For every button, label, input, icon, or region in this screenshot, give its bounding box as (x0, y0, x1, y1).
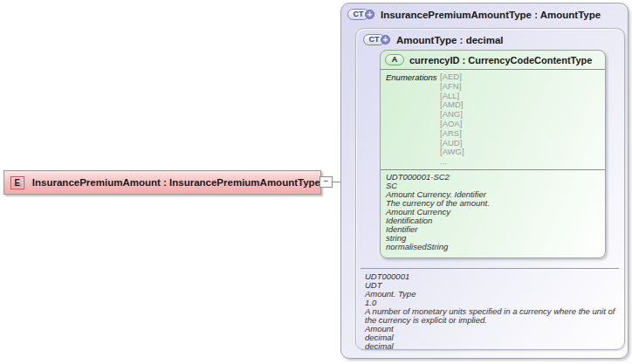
attribute-header: A currencyID : CurrencyCodeContentType (381, 51, 605, 69)
outer-type-title: InsurancePremiumAmountType : AmountType (381, 10, 601, 20)
enumeration-value: [AFN] (440, 82, 464, 92)
attribute-icon: A (385, 54, 404, 65)
attribute-annotation-list: UDT000001-SC2SCAmount Currency. Identifi… (381, 170, 605, 251)
element-node-insurance-premium-amount[interactable]: E InsurancePremiumAmount : InsurancePrem… (3, 170, 321, 195)
annotation-line: A number of monetary units specified in … (365, 307, 620, 325)
inner-type-header: CT + AmountType : decimal (363, 33, 503, 47)
inner-type-title: AmountType : decimal (396, 35, 503, 45)
expand-plus-icon[interactable]: + (365, 10, 374, 19)
enumeration-value: ... (440, 157, 464, 167)
enumerations-section: Enumerations [AED][AFN][ALL][AMD][ANG][A… (381, 70, 605, 169)
annotation-line: UDT000001-SC2 (386, 173, 600, 182)
annotation-line: Identifier (386, 225, 600, 234)
enumeration-value-list: [AED][AFN][ALL][AMD][ANG][AOA][ARS][AUD]… (440, 72, 464, 167)
complex-type-panel-outer[interactable]: CT + InsurancePremiumAmountType : Amount… (340, 3, 629, 359)
annotation-line: normalisedString (386, 243, 600, 251)
schema-diagram-canvas: E InsurancePremiumAmount : InsurancePrem… (0, 0, 632, 364)
complex-type-panel-inner[interactable]: CT + AmountType : decimal A currencyID :… (355, 28, 625, 350)
annotation-line: decimal (365, 342, 620, 351)
annotation-line: decimal (365, 333, 620, 342)
expand-plus-icon[interactable]: + (381, 35, 390, 45)
annotation-line: Identification (386, 216, 600, 225)
attribute-box-currency-id[interactable]: A currencyID : CurrencyCodeContentType E… (380, 50, 606, 258)
collapse-toggle-icon[interactable]: − (319, 176, 333, 188)
annotation-line: Amount. Type (365, 290, 620, 299)
enumerations-label: Enumerations (386, 72, 440, 82)
element-label: InsurancePremiumAmount : InsurancePremiu… (32, 177, 320, 188)
type-annotation-list: UDT000001UDTAmount. Type1.0A number of m… (365, 272, 620, 351)
element-icon: E (10, 176, 24, 189)
connector-line (332, 182, 340, 182)
annotation-line: Amount (365, 325, 620, 333)
annotation-line: UDT000001 (365, 272, 620, 281)
complex-type-icon: CT + (363, 34, 390, 46)
separator (361, 268, 619, 269)
complex-type-icon: CT + (347, 9, 374, 21)
attribute-title: currencyID : CurrencyCodeContentType (409, 55, 592, 65)
enumeration-value: [ARS] (440, 129, 464, 139)
outer-type-header: CT + InsurancePremiumAmountType : Amount… (347, 8, 601, 22)
